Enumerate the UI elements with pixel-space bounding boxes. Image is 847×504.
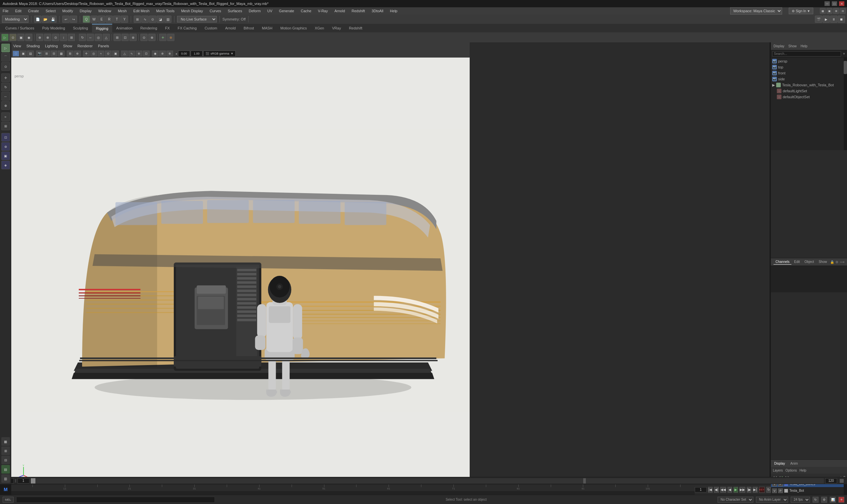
skin-bind-btn[interactable]: ⊙ <box>140 34 148 41</box>
rotate-tool[interactable]: ↻ <box>1 83 10 91</box>
outliner-item-objectset[interactable]: ○ defaultObjectSet <box>771 94 847 100</box>
custom-tool-2[interactable]: ⊛ <box>1 142 10 151</box>
vp-menu-view[interactable]: View <box>13 44 21 48</box>
playhead-slider[interactable] <box>31 478 35 484</box>
layer-opt-options[interactable]: Options <box>785 469 797 472</box>
range-end-input[interactable] <box>825 478 837 484</box>
layer-tab-anim[interactable]: Anim <box>789 461 799 466</box>
custom-tool-3[interactable]: ▣ <box>1 151 10 160</box>
menu-display[interactable]: Display <box>79 8 93 14</box>
polygon-display-btn[interactable]: △ <box>121 51 128 57</box>
outliner-display-menu[interactable]: Display <box>774 44 784 48</box>
textured-btn[interactable]: ▤ <box>27 51 34 57</box>
manipulators-btn[interactable]: ✛ <box>83 51 90 57</box>
menu-curves[interactable]: Curves <box>208 8 222 14</box>
right-panel-resize-handle[interactable] <box>770 42 771 504</box>
aim-constraint-btn[interactable]: ◎ <box>95 34 102 41</box>
multi-transform-btn[interactable]: T <box>113 16 120 23</box>
isolate-select-btn[interactable]: ◉ <box>152 51 158 57</box>
menu-editmesh[interactable]: Edit Mesh <box>132 8 151 14</box>
status-render-btn[interactable]: ⊕ <box>839 497 844 503</box>
cb-expand-icon[interactable]: ⟶ <box>840 260 844 264</box>
render-btn[interactable]: 🎬 <box>815 16 822 23</box>
ik-handle-btn[interactable]: ⊗ <box>44 34 51 41</box>
select-tool-btn[interactable]: Q <box>83 16 90 23</box>
custom-tool-4[interactable]: ◈ <box>1 161 10 169</box>
character-set-selector[interactable]: No Character Set <box>718 497 753 503</box>
lattice-btn[interactable]: ⊞ <box>114 34 121 41</box>
range-lock-btn[interactable] <box>840 479 844 483</box>
cb-settings-icon[interactable]: ⚙ <box>835 260 839 264</box>
mel-python-toggle[interactable]: MEL <box>3 497 14 503</box>
component-select-btn[interactable]: ▣ <box>17 34 24 41</box>
layout-btn-3[interactable]: ⊞ <box>833 8 839 14</box>
vp-menu-panels[interactable]: Panels <box>98 44 109 48</box>
menu-vray[interactable]: V-Ray <box>317 8 329 14</box>
outliner-search-input[interactable] <box>772 51 841 57</box>
snap-surface-btn[interactable]: ▥ <box>164 16 171 23</box>
menu-3dtoall[interactable]: 3DtoAll <box>370 8 385 14</box>
lasso-tool[interactable]: ⌒ <box>1 53 10 61</box>
search-options-btn[interactable]: ▼ <box>842 52 846 56</box>
maximize-button[interactable]: □ <box>832 1 837 6</box>
menu-create[interactable]: Create <box>27 8 40 14</box>
heads-up-display-btn[interactable]: ⊕ <box>74 51 81 57</box>
outliner-item-side[interactable]: 📷 side <box>771 76 847 82</box>
loop-btn[interactable]: ↻ <box>766 487 771 493</box>
layer-row-tesla-bot[interactable]: V P Tesla_Bot <box>771 487 847 494</box>
render-region-btn[interactable]: ▦ <box>58 51 65 57</box>
outliner-item-tesla-robovan[interactable]: ▶ □ Tesla_Robovan_with_Tesla_Bot <box>771 82 847 88</box>
menu-redshift[interactable]: Redshift <box>350 8 366 14</box>
point-constraint-btn[interactable]: ⊞ <box>68 34 75 41</box>
tab-custom[interactable]: Custom <box>201 24 221 32</box>
menu-generate[interactable]: Generate <box>278 8 296 14</box>
select-tool[interactable]: ▷ <box>1 44 10 52</box>
field-chart-btn[interactable]: ⊟ <box>51 51 57 57</box>
tab-rigging[interactable]: Rigging <box>92 24 112 32</box>
show-manipulator-tool[interactable]: ⊞ <box>1 122 10 130</box>
outliner-item-persp[interactable]: 📷 persp <box>771 58 847 64</box>
workspace-selector[interactable]: Workspace: Maya Classic <box>730 7 782 15</box>
snap-view-btn[interactable]: ◪ <box>157 16 164 23</box>
menu-meshdisplay[interactable]: Mesh Display <box>180 8 204 14</box>
new-file-btn[interactable]: 📄 <box>34 16 41 23</box>
scale-tool[interactable]: ↔ <box>1 92 10 101</box>
play-forward-btn[interactable]: ▶ <box>733 487 738 493</box>
quick-layout-2[interactable]: ⊞ <box>1 447 10 455</box>
universal-tool[interactable]: ⊕ <box>1 101 10 110</box>
move-tool[interactable]: ✛ <box>1 73 10 82</box>
layer-color-bot[interactable] <box>784 489 788 493</box>
menu-cache[interactable]: Cache <box>299 8 313 14</box>
tab-object[interactable]: Object <box>803 259 816 265</box>
tab-mash[interactable]: MASH <box>258 24 276 32</box>
open-file-btn[interactable]: 📂 <box>42 16 49 23</box>
vp-menu-renderer[interactable]: Renderer <box>77 44 93 48</box>
wireframe-btn[interactable]: □ <box>13 51 19 57</box>
redo-btn[interactable]: ↪ <box>70 16 77 23</box>
tab-animation[interactable]: Animation <box>112 24 136 32</box>
colorspace-selector[interactable]: ⬛ sRGB gamma ▼ <box>203 51 236 57</box>
parent-constraint-btn[interactable]: ↕ <box>60 34 67 41</box>
outliner-item-front[interactable]: 📷 front <box>771 70 847 76</box>
quick-layout-1[interactable]: ▦ <box>1 437 10 446</box>
tab-channels[interactable]: Channels <box>774 259 791 265</box>
tab-edit[interactable]: Edit <box>792 259 802 265</box>
quick-layout-4[interactable]: ▤ <box>1 465 10 473</box>
vp-menu-show[interactable]: Show <box>63 44 72 48</box>
rotate-btn[interactable]: E <box>98 16 105 23</box>
quick-layout-5[interactable]: ▥ <box>1 474 10 483</box>
exposure-input[interactable]: 0.00 <box>178 51 190 57</box>
range-end-handle[interactable] <box>583 478 586 484</box>
snap-curve-btn[interactable]: ∿ <box>141 16 149 23</box>
tab-redshift[interactable]: Redshift <box>345 24 366 32</box>
resolution-gate-btn[interactable]: ⊞ <box>44 51 50 57</box>
modeling-mode-selector[interactable]: Modeling <box>2 16 29 23</box>
nurbs-display-btn[interactable]: ∿ <box>128 51 135 57</box>
blend-shape-btn[interactable]: ⊛ <box>129 34 137 41</box>
status-anim-btn[interactable]: 📊 <box>830 497 836 503</box>
menu-deform[interactable]: Deform <box>247 8 262 14</box>
tab-bifrost[interactable]: Bifrost <box>240 24 258 32</box>
play-back-btn[interactable]: ◀ <box>727 487 732 493</box>
command-input[interactable] <box>16 497 215 503</box>
tab-poly-modeling[interactable]: Poly Modeling <box>38 24 69 32</box>
